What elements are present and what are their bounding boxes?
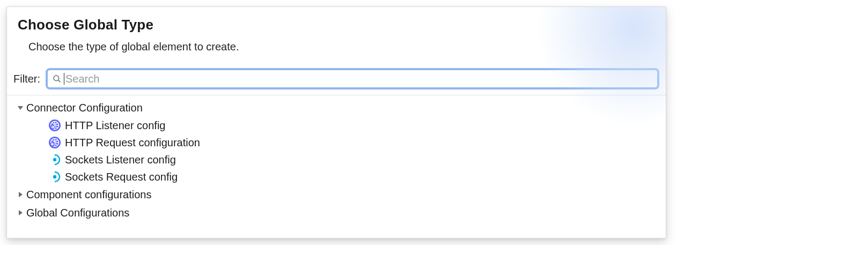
filter-label: Filter: xyxy=(13,73,40,85)
tree-item-label: Sockets Request config xyxy=(65,171,178,183)
svg-line-1 xyxy=(58,80,60,82)
search-input[interactable] xyxy=(65,73,653,85)
type-tree: Connector Configuration HTTP Listener co… xyxy=(7,95,666,222)
socket-icon xyxy=(48,153,62,167)
tree-group-connector-configuration[interactable]: Connector Configuration xyxy=(17,99,666,117)
globe-in-icon xyxy=(48,118,62,132)
dialog-title: Choose Global Type xyxy=(18,17,655,33)
tree-group-global-configurations[interactable]: Global Configurations xyxy=(17,204,666,222)
dialog-subtitle: Choose the type of global element to cre… xyxy=(28,41,655,53)
tree-item-sockets-listener-config[interactable]: Sockets Listener config xyxy=(17,151,666,168)
chevron-down-icon xyxy=(17,104,24,111)
tree-item-label: HTTP Listener config xyxy=(65,119,166,132)
tree-group-label: Component configurations xyxy=(26,189,151,201)
svg-point-9 xyxy=(53,158,56,161)
tree-item-label: HTTP Request configuration xyxy=(65,137,200,149)
tree-item-http-request-configuration[interactable]: HTTP Request configuration xyxy=(17,134,666,151)
socket-icon xyxy=(48,170,62,184)
tree-group-label: Global Configurations xyxy=(26,207,129,219)
tree-group-children: HTTP Listener config HTTP Request config… xyxy=(17,117,666,185)
dialog-header: Choose Global Type Choose the type of gl… xyxy=(7,7,666,68)
svg-point-0 xyxy=(54,76,59,81)
tree-item-http-listener-config[interactable]: HTTP Listener config xyxy=(17,117,666,134)
svg-point-11 xyxy=(53,175,56,178)
search-field-wrap[interactable] xyxy=(46,68,659,89)
tree-item-sockets-request-config[interactable]: Sockets Request config xyxy=(17,168,666,185)
globe-out-icon xyxy=(48,136,62,150)
chevron-right-icon xyxy=(17,191,24,198)
chevron-right-icon xyxy=(17,209,24,216)
choose-global-type-dialog: Choose Global Type Choose the type of gl… xyxy=(6,6,666,238)
search-icon xyxy=(52,74,62,84)
tree-group-component-configurations[interactable]: Component configurations xyxy=(17,185,666,204)
filter-bar: Filter: xyxy=(7,68,666,95)
tree-group-label: Connector Configuration xyxy=(26,102,143,114)
tree-item-label: Sockets Listener config xyxy=(65,154,176,166)
text-caret xyxy=(64,73,64,85)
